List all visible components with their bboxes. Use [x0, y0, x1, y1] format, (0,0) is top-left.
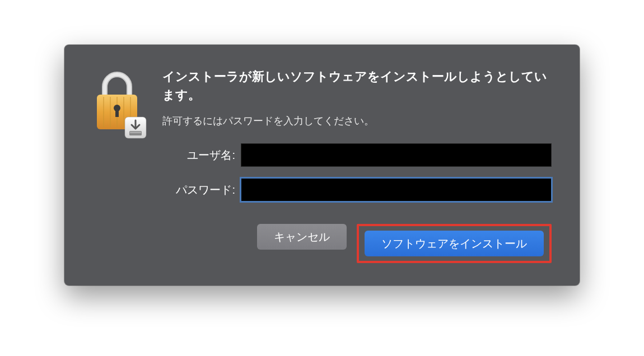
cancel-button[interactable]: キャンセル — [257, 224, 347, 250]
svg-rect-7 — [115, 109, 119, 117]
dialog-subtitle: 許可するにはパスワードを入力してください。 — [162, 114, 552, 128]
dialog-button-row: キャンセル ソフトウェアをインストール — [162, 224, 552, 263]
password-input[interactable] — [241, 178, 552, 202]
password-row: パスワード: — [162, 178, 552, 202]
dialog-content: インストーラが新しいソフトウェアをインストールしようとしています。 許可するには… — [162, 67, 552, 263]
lock-installer-icon — [92, 70, 143, 137]
install-button-highlight: ソフトウェアをインストール — [357, 224, 552, 263]
dialog-title: インストーラが新しいソフトウェアをインストールしようとしています。 — [162, 67, 552, 104]
install-button[interactable]: ソフトウェアをインストール — [365, 231, 544, 256]
username-label: ユーザ名: — [162, 148, 241, 163]
username-input[interactable] — [241, 143, 552, 167]
svg-rect-10 — [130, 132, 141, 133]
dialog-icon-column — [92, 67, 143, 263]
password-label: パスワード: — [162, 182, 241, 198]
username-row: ユーザ名: — [162, 143, 552, 167]
auth-dialog: インストーラが新しいソフトウェアをインストールしようとしています。 許可するには… — [64, 45, 580, 285]
